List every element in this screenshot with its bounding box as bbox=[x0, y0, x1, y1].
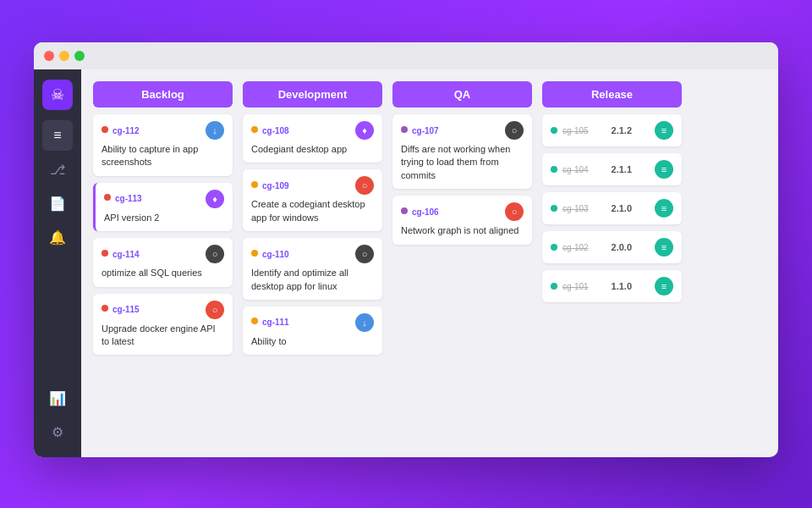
card-id: cg-104 bbox=[562, 165, 589, 174]
main-content: Backlog cg-112 ↓ Ability to capture in a… bbox=[81, 69, 778, 457]
assignee-avatar: ○ bbox=[355, 245, 374, 263]
card-title: API version 2 bbox=[104, 212, 224, 224]
file-icon[interactable]: 📄 bbox=[42, 188, 73, 218]
sidebar-logo: ☠ bbox=[42, 80, 73, 110]
card-id: cg-102 bbox=[562, 243, 589, 252]
release-card-left: cg-103 bbox=[551, 204, 589, 213]
kanban-card[interactable]: cg-106 ○ Network graph is not aligned bbox=[392, 196, 532, 244]
card-id-row: cg-112 bbox=[102, 126, 140, 135]
column-backlog: Backlog cg-112 ↓ Ability to capture in a… bbox=[93, 81, 233, 445]
status-dot bbox=[551, 127, 557, 134]
chart-icon[interactable]: 📊 bbox=[42, 383, 73, 413]
assignee-avatar: ○ bbox=[355, 176, 374, 195]
card-top: cg-106 ○ bbox=[401, 202, 524, 221]
card-id: cg-108 bbox=[262, 126, 289, 135]
gear-icon[interactable]: ⚙ bbox=[42, 417, 73, 447]
column-header-qa: QA bbox=[392, 81, 532, 108]
kanban-card[interactable]: cg-113 ♦ API version 2 bbox=[93, 183, 233, 231]
card-top: cg-110 ○ bbox=[251, 245, 374, 263]
release-card[interactable]: cg-102 2.0.0 ≡ bbox=[542, 231, 682, 263]
status-dot bbox=[551, 205, 557, 212]
card-id: cg-110 bbox=[262, 250, 289, 259]
card-top: cg-109 ○ bbox=[251, 176, 374, 195]
branch-icon[interactable]: ⎇ bbox=[42, 154, 73, 185]
card-top: cg-108 ♦ bbox=[251, 121, 374, 140]
release-card-left: cg-105 bbox=[551, 126, 589, 135]
kanban-card[interactable]: cg-108 ♦ Codegiant desktop app bbox=[243, 114, 382, 163]
version-label: 1.1.0 bbox=[612, 281, 632, 291]
card-top: cg-107 ○ bbox=[401, 121, 524, 140]
status-dot bbox=[551, 166, 557, 173]
card-title: Diffs are not working when trying to loa… bbox=[401, 143, 524, 182]
assignee-avatar: ♦ bbox=[355, 121, 374, 140]
bell-icon[interactable]: 🔔 bbox=[42, 222, 73, 252]
list-icon: ≡ bbox=[655, 160, 673, 179]
column-release: Release cg-105 2.1.2 ≡ cg-104 2.1.1 ≡ cg… bbox=[542, 81, 682, 445]
card-id: cg-114 bbox=[112, 250, 140, 259]
maximize-dot bbox=[74, 51, 85, 61]
release-card[interactable]: cg-104 2.1.1 ≡ bbox=[542, 153, 682, 185]
card-title: Ability to bbox=[251, 335, 374, 348]
sidebar: ☠ ≡⎇📄🔔📊⚙ bbox=[34, 69, 81, 457]
kanban-card[interactable]: cg-109 ○ Create a codegiant desktop app … bbox=[243, 169, 382, 231]
assignee-avatar: ○ bbox=[206, 245, 224, 263]
release-card-left: cg-102 bbox=[551, 243, 589, 252]
kanban-card[interactable]: cg-110 ○ Identify and optimize all deskt… bbox=[243, 238, 382, 300]
list-icon[interactable]: ≡ bbox=[42, 120, 73, 151]
card-id-row: cg-115 bbox=[102, 305, 140, 314]
card-top: cg-115 ○ bbox=[102, 301, 224, 319]
column-header-development: Development bbox=[243, 81, 382, 108]
card-id: cg-109 bbox=[262, 181, 289, 190]
card-id: cg-103 bbox=[562, 204, 589, 213]
version-label: 2.1.2 bbox=[612, 125, 632, 135]
card-id: cg-115 bbox=[112, 305, 140, 314]
app-body: ☠ ≡⎇📄🔔📊⚙ Backlog cg-112 ↓ Ability to cap… bbox=[34, 69, 778, 457]
logo-icon: ☠ bbox=[51, 86, 64, 104]
card-id: cg-101 bbox=[562, 282, 589, 291]
card-id: cg-112 bbox=[112, 126, 140, 135]
card-id-row: cg-106 bbox=[401, 207, 439, 217]
status-dot bbox=[102, 126, 108, 133]
card-title: Upgrade docker engine API to latest bbox=[102, 323, 224, 349]
kanban-card[interactable]: cg-112 ↓ Ability to capture in app scree… bbox=[93, 114, 233, 176]
status-dot bbox=[102, 305, 108, 312]
status-dot bbox=[251, 318, 258, 324]
card-title: Ability to capture in app screenshots bbox=[102, 143, 224, 169]
assignee-avatar: ↓ bbox=[355, 313, 374, 332]
card-id-row: cg-108 bbox=[251, 126, 289, 135]
column-development: Development cg-108 ♦ Codegiant desktop a… bbox=[243, 81, 382, 445]
card-id: cg-111 bbox=[262, 318, 289, 327]
list-icon: ≡ bbox=[655, 199, 673, 218]
card-title: optimize all SQL queries bbox=[102, 267, 224, 279]
status-dot bbox=[251, 181, 258, 188]
assignee-avatar: ↓ bbox=[206, 121, 224, 140]
card-id: cg-107 bbox=[412, 126, 439, 135]
column-header-release: Release bbox=[542, 81, 682, 108]
assignee-avatar: ○ bbox=[206, 301, 224, 319]
release-card[interactable]: cg-105 2.1.2 ≡ bbox=[542, 114, 682, 146]
column-qa: QA cg-107 ○ Diffs are not working when t… bbox=[392, 81, 532, 445]
card-id-row: cg-110 bbox=[251, 250, 289, 259]
status-dot bbox=[251, 250, 258, 257]
kanban-card[interactable]: cg-115 ○ Upgrade docker engine API to la… bbox=[93, 294, 233, 356]
kanban-card[interactable]: cg-114 ○ optimize all SQL queries bbox=[93, 238, 233, 286]
kanban-card[interactable]: cg-107 ○ Diffs are not working when tryi… bbox=[392, 114, 532, 189]
release-card-left: cg-101 bbox=[551, 282, 589, 291]
version-label: 2.1.0 bbox=[612, 203, 632, 213]
list-icon: ≡ bbox=[655, 121, 673, 140]
card-id-row: cg-109 bbox=[251, 181, 289, 190]
release-card[interactable]: cg-101 1.1.0 ≡ bbox=[542, 270, 682, 302]
release-card[interactable]: cg-103 2.1.0 ≡ bbox=[542, 192, 682, 224]
card-id-row: cg-114 bbox=[102, 250, 140, 259]
card-id-row: cg-113 bbox=[104, 194, 142, 203]
assignee-avatar: ○ bbox=[505, 202, 524, 221]
card-id: cg-105 bbox=[562, 126, 589, 135]
list-icon: ≡ bbox=[655, 277, 673, 295]
version-label: 2.0.0 bbox=[612, 242, 632, 252]
assignee-avatar: ♦ bbox=[206, 190, 224, 208]
release-card-left: cg-104 bbox=[551, 165, 589, 174]
card-title: Codegiant desktop app bbox=[251, 143, 374, 156]
status-dot bbox=[102, 250, 108, 257]
card-top: cg-112 ↓ bbox=[102, 121, 224, 140]
kanban-card[interactable]: cg-111 ↓ Ability to bbox=[243, 306, 382, 355]
